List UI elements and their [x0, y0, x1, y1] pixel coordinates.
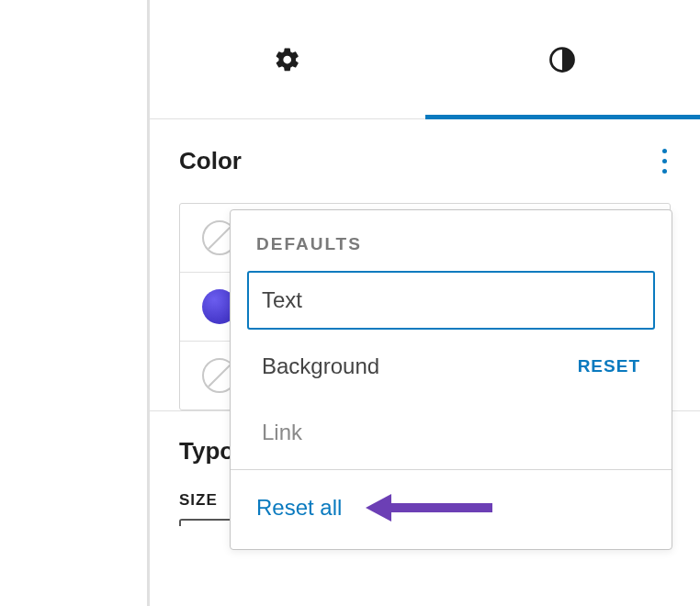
popover-item-label: Background — [262, 354, 379, 379]
dots-icon — [662, 149, 667, 153]
dots-icon — [662, 159, 667, 163]
popover-item-text[interactable]: Text — [247, 271, 655, 330]
arrow-head-icon — [366, 494, 391, 522]
reset-all-button[interactable]: Reset all — [256, 495, 342, 521]
tabs-row — [150, 0, 700, 119]
popover-header: DEFAULTS — [231, 210, 672, 264]
active-tab-indicator — [425, 115, 701, 119]
arrow-shaft — [391, 503, 492, 512]
gear-icon — [274, 46, 301, 73]
color-options-menu-button[interactable] — [659, 145, 671, 177]
popover-item-link[interactable]: Link — [247, 403, 655, 462]
popover-footer: Reset all — [231, 469, 672, 549]
tab-styles[interactable] — [425, 0, 701, 118]
color-options-popover: DEFAULTS Text Background RESET Link Rese… — [230, 209, 672, 550]
popover-item-label: Link — [262, 420, 302, 445]
popover-item-background[interactable]: Background RESET — [247, 337, 655, 396]
color-section-header: Color — [179, 145, 671, 177]
popover-item-label: Text — [262, 287, 302, 313]
tab-settings[interactable] — [150, 0, 425, 118]
color-section-title: Color — [179, 147, 242, 175]
reset-background-button[interactable]: RESET — [578, 356, 640, 376]
annotation-arrow — [366, 494, 492, 522]
dots-icon — [662, 169, 667, 174]
contrast-icon — [548, 46, 576, 73]
